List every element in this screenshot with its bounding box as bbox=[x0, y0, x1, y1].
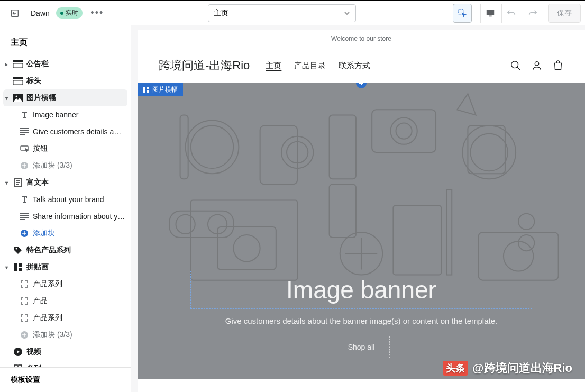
desktop-view-button[interactable] bbox=[480, 4, 499, 23]
plus-circle-icon bbox=[20, 161, 29, 170]
svg-rect-6 bbox=[13, 77, 23, 79]
placeholder-icon bbox=[21, 280, 28, 288]
cart-icon[interactable] bbox=[552, 60, 564, 71]
svg-rect-23 bbox=[14, 263, 17, 271]
svg-rect-20 bbox=[20, 219, 25, 220]
nav-home[interactable]: 主页 bbox=[266, 61, 281, 71]
text-icon bbox=[20, 111, 29, 119]
svg-rect-37 bbox=[180, 115, 188, 179]
svg-rect-24 bbox=[19, 263, 22, 267]
inspector-mode-button[interactable] bbox=[453, 4, 472, 23]
svg-rect-43 bbox=[372, 110, 436, 152]
save-button[interactable]: 保存 bbox=[548, 4, 581, 23]
svg-point-35 bbox=[186, 121, 239, 174]
svg-rect-4 bbox=[13, 60, 23, 62]
section-image-banner[interactable]: ▾图片横幅 bbox=[3, 89, 127, 106]
svg-point-44 bbox=[390, 117, 417, 144]
block-heading[interactable]: Talk about your brand bbox=[0, 191, 131, 208]
block-product[interactable]: 产品 bbox=[0, 293, 131, 309]
theme-name: Dawn bbox=[31, 9, 50, 17]
chevron-down-icon bbox=[344, 10, 350, 16]
svg-rect-17 bbox=[20, 213, 29, 214]
plus-circle-icon bbox=[20, 229, 29, 238]
play-icon bbox=[14, 348, 22, 356]
svg-point-22 bbox=[16, 248, 17, 250]
svg-point-30 bbox=[511, 61, 518, 68]
section-header[interactable]: 标头 bbox=[0, 72, 131, 89]
block-button[interactable]: 按钮 bbox=[0, 140, 131, 157]
svg-rect-48 bbox=[446, 189, 452, 275]
paragraph-icon bbox=[20, 128, 29, 135]
svg-rect-32 bbox=[143, 87, 145, 93]
collage-icon bbox=[14, 263, 22, 271]
nav-catalog[interactable]: 产品目录 bbox=[294, 61, 326, 71]
preview-pane: Welcome to our store 跨境问道-出海Rio 主页 产品目录 … bbox=[131, 25, 585, 392]
site-header: 跨境问道-出海Rio 主页 产品目录 联系方式 bbox=[138, 48, 585, 83]
section-featured[interactable]: 特色产品系列 bbox=[0, 242, 131, 259]
image-banner-section[interactable]: 图片横幅 bbox=[138, 83, 585, 379]
redo-icon bbox=[528, 8, 537, 18]
watermark-logo: 头条 bbox=[443, 361, 468, 376]
more-button[interactable]: ••• bbox=[89, 5, 106, 22]
svg-rect-25 bbox=[19, 268, 22, 271]
page-selector[interactable]: 主页 bbox=[208, 4, 356, 22]
plus-icon bbox=[358, 83, 364, 86]
image-icon bbox=[13, 94, 23, 102]
inspector-icon bbox=[458, 8, 467, 18]
section-announce[interactable]: ▸公告栏 bbox=[0, 56, 131, 72]
text-icon bbox=[20, 195, 29, 204]
svg-rect-19 bbox=[20, 217, 29, 218]
watermark-text: @跨境问道出海Rio bbox=[472, 360, 572, 376]
banner-heading[interactable]: Image banner bbox=[190, 271, 532, 309]
add-block[interactable]: 添加块 (3/3) bbox=[0, 326, 131, 343]
section-collage[interactable]: ▾拼贴画 bbox=[0, 259, 131, 276]
block-heading[interactable]: Image banner bbox=[0, 106, 131, 123]
svg-rect-5 bbox=[13, 63, 23, 68]
nav-contact[interactable]: 联系方式 bbox=[339, 61, 370, 71]
account-icon[interactable] bbox=[531, 60, 543, 71]
svg-rect-2 bbox=[486, 10, 493, 15]
section-richtext[interactable]: ▾富文本 bbox=[0, 174, 131, 191]
watermark: 头条 @跨境问道出海Rio bbox=[443, 360, 572, 376]
block-collection[interactable]: 产品系列 bbox=[0, 276, 131, 293]
sidebar-title: 主页 bbox=[0, 30, 131, 56]
svg-rect-7 bbox=[13, 80, 23, 85]
svg-point-60 bbox=[518, 214, 534, 230]
site-nav: 主页 产品目录 联系方式 bbox=[266, 61, 370, 71]
section-icon bbox=[13, 60, 23, 68]
svg-point-45 bbox=[396, 123, 412, 139]
block-collection[interactable]: 产品系列 bbox=[0, 309, 131, 326]
block-text[interactable]: Give customers details about ... bbox=[0, 123, 131, 140]
add-block[interactable]: 添加块 (3/3) bbox=[0, 157, 131, 174]
template-settings[interactable]: 模板设置 bbox=[0, 367, 131, 392]
status-badge: 实时 bbox=[56, 7, 83, 19]
section-icon bbox=[13, 77, 23, 85]
svg-rect-34 bbox=[147, 90, 149, 93]
svg-point-9 bbox=[16, 96, 17, 97]
button-icon bbox=[20, 145, 29, 152]
svg-rect-53 bbox=[217, 227, 276, 270]
undo-button[interactable] bbox=[501, 4, 520, 23]
svg-rect-10 bbox=[20, 128, 29, 129]
banner-subtitle[interactable]: Give customers details about the banner … bbox=[190, 316, 532, 325]
section-multicol[interactable]: ▾多列 bbox=[0, 360, 131, 367]
exit-button[interactable] bbox=[5, 4, 24, 23]
block-text[interactable]: Share information about your... bbox=[0, 208, 131, 225]
svg-point-54 bbox=[233, 235, 260, 261]
banner-button[interactable]: Shop all bbox=[333, 336, 390, 358]
placeholder-icon bbox=[21, 297, 28, 305]
plus-circle-icon bbox=[20, 331, 29, 339]
topbar: Dawn 实时 ••• 主页 保存 bbox=[0, 0, 585, 25]
svg-rect-3 bbox=[489, 15, 491, 16]
svg-rect-52 bbox=[191, 200, 297, 280]
paragraph-icon bbox=[20, 213, 29, 220]
preview-canvas[interactable]: Welcome to our store 跨境问道-出海Rio 主页 产品目录 … bbox=[138, 30, 585, 392]
svg-rect-13 bbox=[20, 134, 25, 135]
section-video[interactable]: 视频 bbox=[0, 343, 131, 360]
redo-button[interactable] bbox=[523, 4, 542, 23]
svg-rect-33 bbox=[147, 87, 149, 89]
search-icon[interactable] bbox=[510, 60, 522, 71]
add-block[interactable]: 添加块 bbox=[0, 225, 131, 242]
section-label-badge: 图片横幅 bbox=[138, 83, 183, 96]
svg-rect-11 bbox=[20, 130, 29, 131]
